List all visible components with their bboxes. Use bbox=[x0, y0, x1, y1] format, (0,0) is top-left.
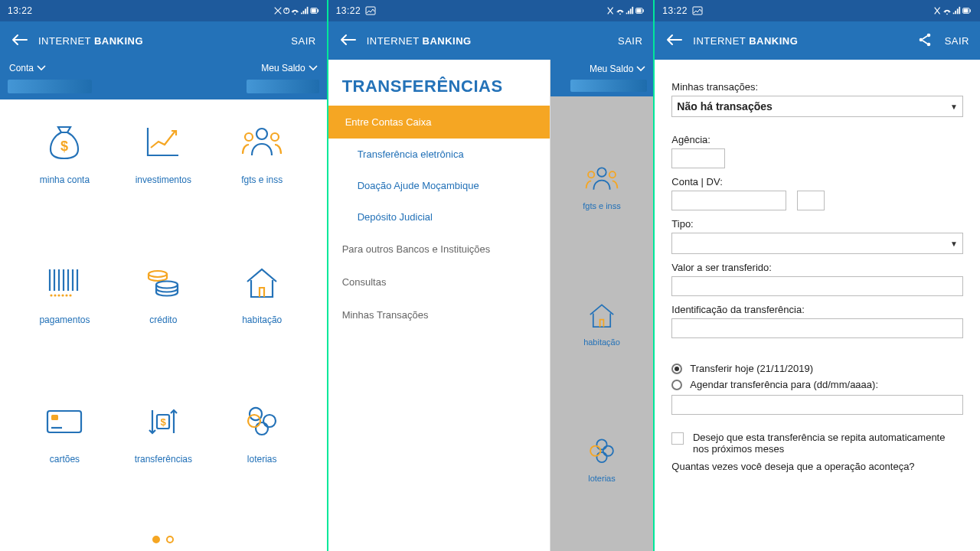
svg-rect-32 bbox=[630, 8, 632, 14]
svg-rect-48 bbox=[956, 8, 958, 14]
house-icon bbox=[243, 265, 281, 300]
svg-point-25 bbox=[256, 422, 268, 435]
input-valor[interactable] bbox=[671, 276, 963, 296]
dropdown-triangle-icon: ▼ bbox=[950, 240, 958, 248]
select-transacoes[interactable]: Não há transações▼ bbox=[671, 96, 963, 117]
svg-rect-52 bbox=[969, 9, 970, 11]
select-tipo[interactable]: ▼ bbox=[671, 233, 963, 254]
label-minhas-transacoes: Minhas transações: bbox=[671, 81, 963, 93]
svg-rect-3 bbox=[302, 11, 304, 14]
app-bar: INTERNET BANKING SAIR bbox=[655, 21, 980, 60]
checkbox-repeat[interactable] bbox=[671, 432, 684, 445]
people-icon bbox=[241, 125, 283, 160]
status-icons bbox=[606, 6, 645, 15]
tile-transferencias[interactable]: $ transferências bbox=[114, 402, 213, 520]
menu-group-minhas-transacoes[interactable]: Minhas Transações bbox=[328, 298, 550, 331]
arrow-left-icon bbox=[11, 33, 28, 47]
image-icon bbox=[692, 6, 703, 15]
svg-point-43 bbox=[603, 446, 613, 456]
input-agencia[interactable] bbox=[671, 148, 725, 168]
svg-rect-51 bbox=[963, 8, 968, 12]
account-dropdown[interactable]: Conta bbox=[9, 63, 34, 73]
tile-loterias[interactable]: loterias bbox=[213, 402, 312, 520]
barcode-icon bbox=[45, 265, 83, 300]
status-bar: 13:22 bbox=[655, 0, 980, 21]
share-button[interactable] bbox=[917, 32, 933, 50]
page-dot-1 bbox=[152, 536, 160, 543]
input-dv[interactable] bbox=[797, 191, 825, 210]
label-tipo: Tipo: bbox=[671, 218, 963, 230]
bg-tile-habitacao: habitação bbox=[550, 301, 654, 347]
menu-item-doacao[interactable]: Doação Ajude Moçambique bbox=[328, 170, 550, 201]
balance-dropdown[interactable]: Meu Saldo bbox=[261, 63, 305, 73]
svg-rect-49 bbox=[959, 7, 960, 14]
status-time: 13:22 bbox=[336, 5, 361, 16]
tile-pagamentos[interactable]: pagamentos bbox=[15, 262, 114, 381]
radio-row-agendar[interactable]: Agendar transferência para (dd/mm/aaaa): bbox=[671, 379, 963, 390]
tile-habitacao[interactable]: habitação bbox=[213, 262, 312, 381]
house-icon bbox=[586, 301, 617, 330]
logout-button[interactable]: SAIR bbox=[291, 35, 315, 47]
chevron-down-icon bbox=[309, 65, 318, 71]
input-data-agendamento[interactable] bbox=[671, 395, 963, 415]
chevron-down-icon bbox=[37, 65, 46, 71]
label-agencia: Agência: bbox=[671, 134, 963, 145]
status-time: 13:22 bbox=[8, 5, 33, 16]
screen-transfer-form: 13:22 INTERNET BANKING SAIR Minhas trans… bbox=[653, 0, 980, 551]
status-icons bbox=[933, 6, 972, 15]
tile-cartoes[interactable]: cartões bbox=[15, 402, 114, 520]
home-grid: $ minha conta investimentos bbox=[0, 99, 327, 528]
svg-point-19 bbox=[149, 271, 167, 277]
arrow-left-icon bbox=[339, 33, 356, 47]
menu-item-entre-contas[interactable]: Entre Contas Caixa bbox=[328, 106, 550, 139]
logout-button[interactable]: SAIR bbox=[618, 35, 642, 47]
label-valor: Valor a ser transferido: bbox=[671, 262, 963, 273]
label-quantas-vezes: Quantas vezes você deseja que a operação… bbox=[671, 461, 963, 472]
svg-rect-30 bbox=[626, 13, 628, 15]
input-identificacao[interactable] bbox=[671, 318, 963, 338]
radio-row-hoje[interactable]: Transferir hoje (21/11/2019) bbox=[671, 363, 963, 374]
menu-group-consultas[interactable]: Consultas bbox=[328, 266, 550, 298]
back-button[interactable] bbox=[339, 33, 356, 49]
svg-point-37 bbox=[597, 168, 606, 176]
appbar-title: INTERNET BANKING bbox=[367, 35, 472, 47]
balance-dropdown[interactable]: Meu Saldo bbox=[590, 64, 633, 74]
radio-hoje[interactable] bbox=[671, 364, 682, 374]
back-button[interactable] bbox=[11, 33, 28, 49]
page-indicator[interactable] bbox=[0, 528, 327, 551]
tile-minha-conta[interactable]: $ minha conta bbox=[15, 122, 114, 241]
logout-button[interactable]: SAIR bbox=[945, 35, 969, 47]
svg-point-41 bbox=[596, 452, 606, 462]
svg-point-29 bbox=[619, 13, 621, 15]
svg-point-1 bbox=[294, 13, 296, 15]
svg-point-27 bbox=[263, 415, 276, 427]
card-icon bbox=[44, 406, 85, 437]
appbar-title: INTERNET BANKING bbox=[38, 35, 143, 47]
svg-point-12 bbox=[271, 133, 279, 141]
menu-item-transf-eletronica[interactable]: Transferência eletrônica bbox=[328, 139, 550, 170]
input-conta[interactable] bbox=[671, 191, 786, 210]
radio-agendar[interactable] bbox=[671, 380, 682, 390]
menu-group-outros-bancos[interactable]: Para outros Bancos e Instituições bbox=[328, 233, 550, 266]
svg-point-10 bbox=[256, 129, 267, 139]
svg-point-42 bbox=[590, 446, 600, 456]
masked-data bbox=[0, 80, 327, 99]
screen-home: 13:22 INTERNET BANKING SAIR Conta Meu Sa… bbox=[0, 0, 327, 551]
dropdown-triangle-icon: ▼ bbox=[950, 103, 958, 111]
menu-item-deposito-judicial[interactable]: Depósito Judicial bbox=[328, 201, 550, 233]
svg-rect-33 bbox=[632, 7, 633, 14]
checkbox-repeat-row[interactable]: Desejo que esta transferência se repita … bbox=[671, 432, 963, 455]
svg-point-17 bbox=[66, 294, 68, 296]
svg-point-15 bbox=[58, 294, 60, 296]
coins-icon bbox=[144, 265, 182, 300]
back-button[interactable] bbox=[665, 33, 682, 49]
clover-icon bbox=[243, 404, 280, 439]
svg-rect-22 bbox=[51, 415, 58, 420]
svg-rect-36 bbox=[642, 9, 643, 11]
bg-tile-loterias: loterias bbox=[550, 437, 654, 483]
tile-credito[interactable]: crédito bbox=[114, 262, 213, 381]
status-icons bbox=[273, 6, 319, 15]
tile-fgts-inss[interactable]: fgts e inss bbox=[213, 122, 312, 241]
tile-investimentos[interactable]: investimentos bbox=[114, 122, 213, 241]
svg-text:$: $ bbox=[60, 139, 68, 154]
